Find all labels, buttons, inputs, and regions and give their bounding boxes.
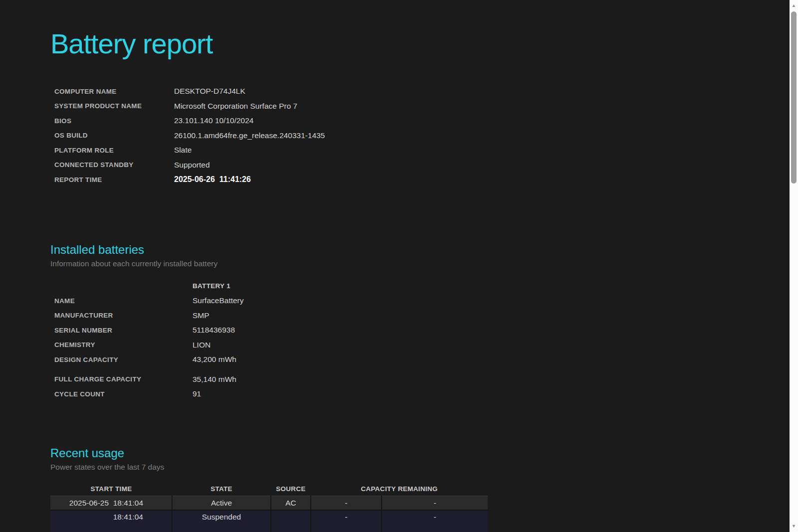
battery-info-row: CYCLE COUNT 91 xyxy=(50,386,488,401)
battery-info-value: 5118436938 xyxy=(193,326,235,335)
usage-capacity-pct: - xyxy=(311,496,382,510)
usage-start-time: 2025-06-25 18:41:04 xyxy=(50,496,172,510)
page-title: Battery report xyxy=(50,0,488,60)
column-header-capacity-remaining: CAPACITY REMAINING xyxy=(311,483,488,496)
system-info-row: PLATFORM ROLE Slate xyxy=(50,143,488,158)
usage-capacity-mwh: - xyxy=(382,496,488,510)
battery-info-value: SMP xyxy=(193,311,209,320)
system-info-row: OS BUILD 26100.1.amd64fre.ge_release.240… xyxy=(50,128,488,143)
battery-info-label: DESIGN CAPACITY xyxy=(50,356,193,363)
system-info-label: PLATFORM ROLE xyxy=(50,147,174,154)
system-info-table: COMPUTER NAME DESKTOP-D74J4LK SYSTEM PRO… xyxy=(50,84,488,187)
usage-start-time: 18:41:04 xyxy=(50,510,172,532)
battery-info-row: DESIGN CAPACITY 43,200 mWh xyxy=(50,352,488,367)
system-info-row-report-time: REPORT TIME 2025-06-26 11:41:26 xyxy=(50,172,488,187)
system-info-label: COMPUTER NAME xyxy=(50,88,174,95)
column-header-source: SOURCE xyxy=(271,483,311,496)
column-header-start-time: START TIME xyxy=(50,483,172,496)
battery-info-label: CYCLE COUNT xyxy=(50,390,193,398)
battery-info-label: NAME xyxy=(50,297,193,305)
battery-info-value: 35,140 mWh xyxy=(193,375,236,384)
usage-row-active: 2025-06-25 18:41:04 Active AC - - xyxy=(50,496,488,510)
report-content: Battery report COMPUTER NAME DESKTOP-D74… xyxy=(50,0,488,532)
system-info-row: CONNECTED STANDBY Supported xyxy=(50,158,488,173)
battery-info-label: MANUFACTURER xyxy=(50,312,193,319)
recent-usage-heading: Recent usage xyxy=(50,445,488,461)
battery-info-value: 91 xyxy=(193,389,201,398)
system-info-value: DESKTOP-D74J4LK xyxy=(174,87,245,96)
battery-info-table: BATTERY 1 NAME SurfaceBattery MANUFACTUR… xyxy=(50,279,488,401)
system-info-value: 23.101.140 10/10/2024 xyxy=(174,116,253,125)
battery-info-label: CHEMISTRY xyxy=(50,341,193,349)
installed-batteries-section: Installed batteries Information about ea… xyxy=(50,242,488,401)
battery-info-row: MANUFACTURER SMP xyxy=(50,308,488,323)
column-header-state: STATE xyxy=(172,483,271,496)
battery-info-value: SurfaceBattery xyxy=(193,296,244,305)
battery-info-row: CHEMISTRY LION xyxy=(50,338,488,353)
system-info-value: Microsoft Corporation Surface Pro 7 xyxy=(174,102,297,111)
battery-report-page: Battery report COMPUTER NAME DESKTOP-D74… xyxy=(0,0,798,532)
usage-capacity-mwh: - xyxy=(382,510,488,532)
system-info-row: COMPUTER NAME DESKTOP-D74J4LK xyxy=(50,84,488,99)
battery-info-label: SERIAL NUMBER xyxy=(50,327,193,334)
report-time-value: 2025-06-26 11:41:26 xyxy=(174,175,251,184)
scrollbar-down-arrow-icon[interactable]: ▼ xyxy=(790,523,798,530)
recent-usage-subtitle: Power states over the last 7 days xyxy=(50,461,488,473)
battery-info-row: FULL CHARGE CAPACITY 35,140 mWh xyxy=(50,372,488,387)
system-info-row: BIOS 23.101.140 10/10/2024 xyxy=(50,113,488,128)
usage-source: AC xyxy=(271,496,311,510)
battery-info-row: NAME SurfaceBattery xyxy=(50,293,488,308)
battery-column-header-row: BATTERY 1 xyxy=(50,279,488,294)
usage-row-suspended: 18:41:04 Suspended - - xyxy=(50,510,488,532)
installed-batteries-subtitle: Information about each currently install… xyxy=(50,258,488,270)
battery-info-value: LION xyxy=(193,341,210,350)
usage-capacity-pct: - xyxy=(311,510,382,532)
scrollbar-thumb[interactable] xyxy=(791,11,797,183)
usage-state: Active xyxy=(172,496,271,510)
system-info-label: OS BUILD xyxy=(50,132,174,139)
usage-table-header-row: START TIME STATE SOURCE CAPACITY REMAINI… xyxy=(50,483,488,496)
system-info-label: BIOS xyxy=(50,117,174,125)
system-info-value: 26100.1.amd64fre.ge_release.240331-1435 xyxy=(174,131,325,140)
system-info-label: CONNECTED STANDBY xyxy=(50,161,174,169)
system-info-label: REPORT TIME xyxy=(50,176,174,183)
usage-source xyxy=(271,510,311,532)
recent-usage-table: START TIME STATE SOURCE CAPACITY REMAINI… xyxy=(50,483,488,532)
system-info-value: Slate xyxy=(174,146,192,155)
installed-batteries-heading: Installed batteries xyxy=(50,242,488,258)
recent-usage-section: Recent usage Power states over the last … xyxy=(50,445,488,532)
usage-state: Suspended xyxy=(172,510,271,532)
scrollbar-up-arrow-icon[interactable]: ▲ xyxy=(790,2,798,9)
battery-info-value: 43,200 mWh xyxy=(193,355,236,364)
vertical-scrollbar[interactable]: ▲ ▼ xyxy=(790,0,798,532)
system-info-label: SYSTEM PRODUCT NAME xyxy=(50,102,174,110)
battery-column-header: BATTERY 1 xyxy=(193,282,230,290)
battery-info-row: SERIAL NUMBER 5118436938 xyxy=(50,323,488,338)
system-info-row: SYSTEM PRODUCT NAME Microsoft Corporatio… xyxy=(50,99,488,114)
system-info-value: Supported xyxy=(174,161,210,170)
battery-info-label: FULL CHARGE CAPACITY xyxy=(50,375,193,383)
